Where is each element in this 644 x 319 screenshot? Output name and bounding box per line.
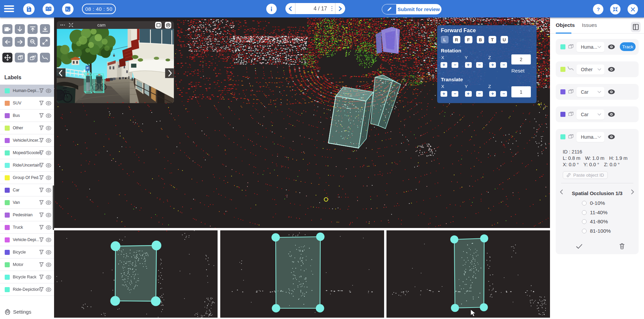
ortho-box-top[interactable] [386,230,550,318]
label-row-bicycle-rack[interactable]: Bicycle Rack [0,271,54,283]
box-handle[interactable] [272,304,280,313]
camera-image[interactable]: P [57,29,174,103]
visibility-toggle[interactable] [608,133,615,142]
filter-icon[interactable] [39,138,44,143]
eye-icon[interactable] [46,225,51,230]
eye-icon[interactable] [46,200,51,205]
zoom-out-tool[interactable] [28,37,38,47]
more-options-icon[interactable] [60,25,65,26]
box-handle[interactable] [316,304,324,313]
cuboid-tool[interactable] [15,53,25,62]
object-card-4[interactable]: Car [556,106,639,122]
box-handle[interactable] [480,303,488,311]
box-handle[interactable] [450,235,458,243]
occlusion-next-button[interactable] [631,189,634,195]
camera-tool[interactable] [2,24,12,34]
move-tool[interactable] [2,53,12,62]
sidebar-scrollbar[interactable] [53,185,54,230]
object-card-1[interactable]: Huma... Track [556,39,639,55]
occlusion-option-11-40pct[interactable]: 11-40% [582,210,607,216]
rot-z-minus-button[interactable]: − [500,62,507,68]
face-button-t[interactable]: T [489,36,496,43]
filter-icon[interactable] [39,113,44,118]
visibility-toggle[interactable] [608,43,615,52]
box-handle[interactable] [451,304,459,312]
eye-icon[interactable] [46,101,51,105]
label-row-vehicle-uncer[interactable]: Vehicle/Uncer... [0,134,54,147]
tr-y-plus-button[interactable]: + [465,91,472,97]
rot-z-plus-button[interactable]: + [489,62,496,68]
camera-2d-button[interactable] [155,22,162,29]
polyline-tool[interactable] [40,53,50,62]
filter-icon[interactable] [39,101,44,105]
eye-icon[interactable] [46,263,51,267]
visibility-toggle[interactable] [608,66,615,74]
eye-icon[interactable] [46,89,51,93]
confirm-button[interactable] [576,244,583,250]
filter-icon[interactable] [39,213,44,217]
tr-x-minus-button[interactable]: − [452,91,458,97]
label-row-pedestrian[interactable]: Pedestrian [0,209,54,221]
eye-icon[interactable] [46,213,51,217]
next-tool[interactable] [15,37,25,47]
label-row-other[interactable]: Other [0,122,54,134]
settings-button[interactable]: Settings [5,309,31,315]
label-row-bus[interactable]: Bus [0,109,54,122]
eye-icon[interactable] [46,250,51,255]
save-button[interactable] [23,3,35,15]
face-button-f[interactable]: F [465,36,472,43]
align-bottom-tool[interactable] [40,24,50,34]
rotation-step-input[interactable] [511,54,531,64]
filter-icon[interactable] [39,150,44,155]
label-row-moped-scooter[interactable]: Moped/Scooter [0,147,54,159]
track-badge[interactable]: Track [620,42,636,51]
tab-issues[interactable]: Issues [582,22,597,28]
label-row-human-depi[interactable]: Human-Depi... [0,85,54,97]
label-row-car[interactable]: Car [0,184,54,196]
box-handle[interactable] [110,296,120,306]
prev-tool[interactable] [2,37,12,47]
radio-button[interactable] [582,219,587,224]
tr-x-plus-button[interactable]: + [441,91,447,97]
eye-icon[interactable] [46,275,51,279]
move-down-tool[interactable] [15,24,25,34]
label-row-ride-uncertain[interactable]: Ride/Uncertain [0,159,54,172]
rot-y-plus-button[interactable]: + [465,62,472,68]
reset-button[interactable]: Reset [511,68,524,74]
terminal-button[interactable] [62,3,74,15]
prev-frame-button[interactable] [285,3,295,14]
eye-icon[interactable] [46,287,51,292]
collapse-button[interactable] [610,4,620,14]
camera-3d-button[interactable] [165,22,171,29]
tr-z-minus-button[interactable]: − [500,91,507,97]
eye-icon[interactable] [46,138,51,143]
object-class-dropdown[interactable]: Car [577,109,604,120]
ortho-view-top[interactable] [386,230,550,318]
help-button[interactable]: ? [593,4,603,14]
rot-y-minus-button[interactable]: − [476,62,483,68]
ortho-box-side[interactable] [54,230,218,318]
filter-icon[interactable] [39,262,44,267]
box-handle[interactable] [111,241,121,251]
label-row-bicycle[interactable]: Bicycle [0,246,54,259]
visibility-toggle[interactable] [608,111,615,119]
filter-icon[interactable] [39,163,44,168]
filter-icon[interactable] [39,88,44,93]
collapse-sidebar-button[interactable] [631,22,641,32]
box-handle[interactable] [152,241,162,250]
filter-icon[interactable] [39,126,44,130]
occlusion-option-81-100pct[interactable]: 81-100% [582,228,611,234]
align-top-tool[interactable] [28,24,38,34]
occlusion-prev-button[interactable] [560,189,563,195]
filter-icon[interactable] [39,175,44,180]
object-class-dropdown[interactable]: Other [577,64,604,75]
rot-x-minus-button[interactable]: − [452,62,458,68]
box-handle[interactable] [316,233,325,241]
label-row-suv[interactable]: SUV [0,97,54,109]
occlusion-option-0-10pct[interactable]: 0-10% [582,200,605,206]
tab-objects[interactable]: Objects [556,22,575,28]
expand-icon[interactable] [69,23,73,27]
label-row-ride-depiction[interactable]: Ride-Depiction [0,283,54,296]
filter-icon[interactable] [39,188,44,192]
filter-icon[interactable] [39,225,44,230]
